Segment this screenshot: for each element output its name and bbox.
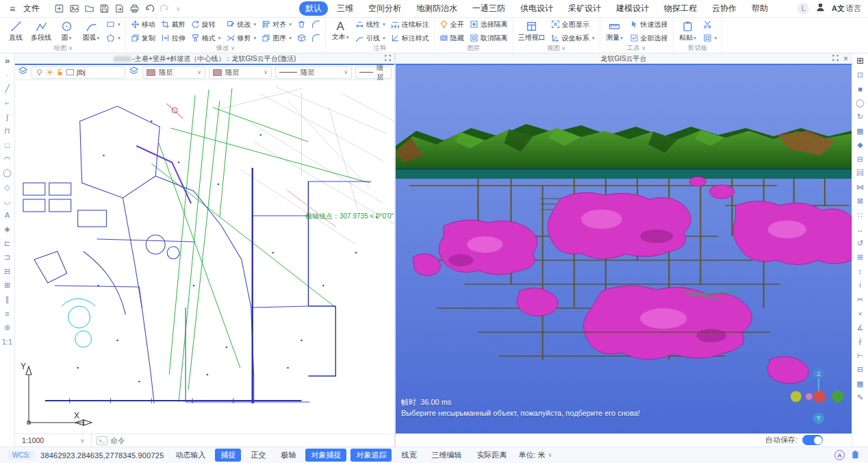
align-bottom-tool-icon[interactable]: ⊞ — [2, 280, 13, 290]
format-brush-button[interactable]: 格式 — [191, 32, 221, 44]
scale-select[interactable]: 1:1000∨ — [15, 434, 92, 447]
draw-order-button[interactable]: 图序 — [261, 32, 292, 44]
arc-tool-icon[interactable]: ◠ — [2, 154, 13, 164]
fillet-button[interactable] — [311, 32, 320, 44]
avatar[interactable]: L — [797, 3, 809, 14]
status-toggle[interactable]: 线宽 — [396, 449, 422, 462]
array-pattern-icon[interactable]: ∷ — [855, 210, 866, 221]
stretch-icon[interactable]: ↕ — [855, 266, 866, 277]
scene-canvas-3d[interactable]: 上 下 帧时 36.00 ms Выберите несырьманный об… — [396, 65, 852, 434]
image-export-icon[interactable] — [69, 3, 79, 14]
paste-button[interactable]: 粘贴 — [678, 21, 698, 42]
region-select-icon[interactable]: ■ — [855, 84, 866, 94]
status-toggle[interactable]: 捕捉 — [215, 449, 241, 462]
rectangle-button[interactable] — [106, 18, 120, 30]
hamburger-menu-icon[interactable]: ≡ — [7, 3, 18, 14]
viewport-3d-button[interactable]: 三维视口 — [518, 21, 546, 42]
new-viewport-icon[interactable]: ⊡ — [855, 70, 866, 80]
menu-tab[interactable]: 一通三防 — [466, 1, 511, 16]
orbit-icon[interactable]: ◯ — [855, 98, 866, 108]
assistant-icon[interactable]: A — [834, 450, 845, 460]
trim-button[interactable]: 修剪 — [227, 32, 257, 44]
text-tool-icon[interactable]: A — [2, 210, 13, 221]
autosave-toggle[interactable] — [802, 435, 823, 445]
status-toggle[interactable]: 动态输入 — [170, 449, 211, 462]
ribbon-group-label-tools[interactable]: 工具 — [605, 44, 668, 53]
extend-icon[interactable]: ⊢ — [855, 351, 866, 361]
mirror-icon[interactable]: ⋈ — [855, 182, 866, 192]
align-button[interactable]: 对齐 — [261, 18, 292, 30]
status-toggle[interactable]: 对象捕捉 — [305, 449, 346, 462]
delete-icon[interactable]: ⊟ — [855, 154, 866, 164]
menu-tab[interactable]: 建模设计 — [610, 1, 655, 16]
hatch-tool-icon[interactable]: ◈ — [2, 224, 13, 234]
menu-tab[interactable]: 默认 — [299, 1, 328, 16]
account-icon[interactable] — [815, 2, 826, 15]
rotate-button[interactable]: 旋转 — [191, 18, 221, 30]
file-menu[interactable]: 文件 — [23, 3, 40, 14]
measure-angle-icon[interactable]: ∡ — [855, 323, 866, 333]
distribute-h-tool-icon[interactable]: ∥ — [2, 295, 13, 305]
menu-tab[interactable]: 地测防治水 — [410, 1, 463, 16]
zoom-extents-button[interactable]: 全图显示 — [551, 18, 595, 30]
command-input[interactable] — [111, 436, 390, 445]
paste-special-button[interactable] — [703, 32, 717, 44]
layer-lock-icon[interactable] — [56, 68, 64, 76]
rotate-icon[interactable]: ↺ — [855, 238, 866, 249]
ribbon-group-label-draw[interactable]: 绘图 — [6, 44, 120, 53]
edit-attributes-icon[interactable]: ✎ — [855, 392, 866, 403]
status-toggle[interactable]: 对象追踪 — [350, 449, 392, 462]
save-icon[interactable] — [99, 3, 110, 14]
revision-arc-tool-icon[interactable]: ◡ — [2, 196, 13, 206]
export-icon[interactable] — [114, 3, 125, 14]
copy-button[interactable]: 复制 — [131, 32, 155, 44]
redo-icon[interactable] — [159, 3, 170, 14]
status-toggle[interactable]: 三维编辑 — [426, 449, 467, 462]
spline-tool-icon[interactable]: ʃ — [2, 112, 13, 122]
align-top-tool-icon[interactable]: ⊟ — [2, 266, 13, 277]
break-icon[interactable]: ✂ — [855, 295, 866, 305]
layer-freeze-icon[interactable] — [46, 68, 53, 76]
ribbon-group-label-clipboard[interactable]: 剪切板 — [678, 44, 717, 53]
menu-tab[interactable]: 供电设计 — [514, 1, 559, 16]
line-button[interactable]: 直线 — [6, 21, 25, 42]
cad-canvas-2d[interactable]: 极轴线点：307.9735 < 0°0'0" Y X — [15, 80, 394, 434]
copy-icon[interactable]: ⊞ — [855, 252, 866, 262]
clipboard-paste-icon[interactable]: ⊟ — [855, 364, 866, 375]
continuous-dim-button[interactable]: 连续标注 — [391, 18, 429, 30]
status-toggle[interactable]: 实际距离 — [471, 449, 512, 462]
arc-button[interactable]: 圆弧 — [81, 21, 101, 42]
clipboard-icon[interactable] — [851, 449, 860, 461]
align-right-tool-icon[interactable]: ⊐ — [2, 252, 13, 262]
align-left-tool-icon[interactable]: ⊏ — [2, 238, 13, 249]
sync-refresh-icon[interactable]: ↻ — [855, 112, 866, 122]
cut-button[interactable] — [703, 18, 717, 30]
layers-hide-button[interactable]: 隐藏 — [439, 32, 464, 44]
box3d-button[interactable] — [297, 32, 306, 44]
layer-states-icon[interactable] — [129, 66, 139, 79]
command-bar[interactable]: >_ — [92, 434, 394, 447]
expand-rail-icon[interactable]: » — [2, 55, 13, 66]
spring-icon[interactable]: ≀ — [855, 280, 866, 290]
trim-icon[interactable]: ∤ — [855, 336, 866, 347]
fill-color-combo[interactable]: 随层∨ — [209, 66, 272, 79]
menu-tab[interactable]: 采矿设计 — [562, 1, 607, 16]
quick-select-button[interactable]: 快速选择 — [630, 18, 668, 30]
move-button[interactable]: 移动 — [131, 18, 155, 30]
circle-button[interactable]: 圆 — [57, 21, 76, 42]
ribbon-group-label-layers[interactable]: 图层 — [439, 44, 508, 53]
grid-fill-icon[interactable]: ▦ — [855, 379, 866, 389]
dim-style-button[interactable]: 标注样式 — [391, 32, 429, 44]
language-switcher[interactable]: A文 语言 — [832, 3, 861, 14]
menu-tab[interactable]: 云协作 — [706, 1, 743, 16]
selection-settings-icon[interactable]: ⊛ — [2, 323, 13, 333]
polygon-button[interactable] — [106, 32, 120, 44]
menu-tab[interactable]: 帮助 — [745, 1, 774, 16]
new-file-icon[interactable] — [54, 3, 64, 14]
menu-tab[interactable]: 物探工程 — [658, 1, 703, 16]
ribbon-group-label-annotate[interactable]: 注释 — [331, 44, 429, 53]
select-all-button[interactable]: 全部选择 — [630, 32, 668, 44]
layers-isolate-button[interactable]: 选择隔离 — [470, 18, 508, 30]
crop-button[interactable]: 裁剪 — [161, 18, 186, 30]
linetype-combo[interactable]: 随层∨ — [275, 66, 352, 79]
